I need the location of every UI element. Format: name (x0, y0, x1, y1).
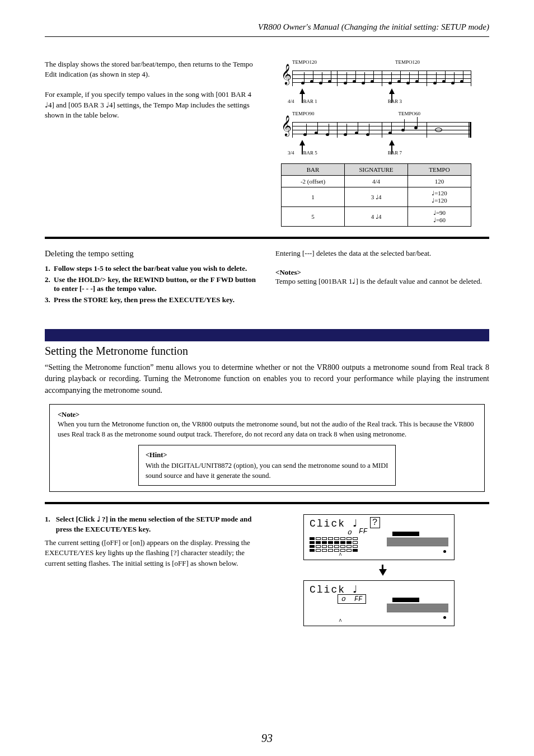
delete-note: <Notes> Tempo setting [001BAR 1♩] is the… (275, 268, 489, 286)
th-bar: BAR (282, 164, 345, 176)
lcd-display-2: Click ♩ o FF ^ (303, 580, 455, 626)
tempo-table: BAR SIGNATURE TEMPO -2 (offset) 4/4 120 … (281, 163, 471, 227)
notation-label-bar3: BAR 3 (388, 98, 402, 104)
td-r2-tempo: ♩=120♩=120 (408, 187, 471, 207)
metronome-title: Setting the Metronome function (45, 345, 489, 358)
caret-icon: ^ (339, 552, 342, 558)
tempo-para-1: The display shows the stored bar/beat/te… (45, 59, 259, 79)
music-notation-1: 𝄞 (281, 65, 471, 98)
notation-label-bar1: BAR 1 (303, 98, 317, 104)
notation-label-t120a: TEMPO120 (292, 59, 317, 65)
page-header: VR800 Owner's Manual (Changing the initi… (45, 22, 489, 35)
metronome-note-box: <Note> When you turn the Metronome funct… (49, 404, 485, 492)
notation-label-ts44: 4/4 (288, 98, 294, 104)
notation-label-t120b: TEMPO120 (395, 59, 420, 65)
page-number: 93 (0, 732, 534, 745)
step-1-num: 1. (45, 514, 50, 534)
td-r1-sig: 4/4 (345, 176, 408, 187)
th-tempo: TEMPO (408, 164, 471, 176)
step-1-title: Select [Click ♩ ?] in the menu selection… (56, 514, 259, 534)
bullet-3: 3. (45, 295, 49, 304)
td-r1-bar: -2 (offset) (282, 176, 345, 187)
td-r3-tempo: ♩=90♩=60 (408, 207, 471, 227)
notation-label-ts34: 3/4 (288, 150, 294, 156)
td-r2-bar: 1 (282, 187, 345, 207)
td-r2-sig: 3 ♩4 (345, 187, 408, 207)
bullet-2: 2. (45, 275, 49, 293)
music-notation-2: 𝄞 (281, 116, 471, 150)
th-sig: SIGNATURE (345, 164, 408, 176)
bullet-1: 1. (45, 264, 49, 273)
td-r3-bar: 5 (282, 207, 345, 227)
notation-label-bar7: BAR 7 (388, 150, 402, 156)
lcd-display-1: Click ♩ ? o FF ^ (303, 514, 455, 560)
delete-right-text: Entering [---] deletes the data at the s… (275, 249, 489, 258)
notation-label-t90: TEMPO90 (292, 111, 315, 116)
delete-step-3: Press the STORE key, then press the EXEC… (54, 295, 235, 304)
delete-step-1: Follow steps 1-5 to select the bar/beat … (54, 264, 247, 273)
notation-label-bar5: BAR 5 (303, 150, 317, 156)
notation-label-t60: TEMPO60 (399, 111, 421, 116)
tempo-para-2: For example, if you specify tempo values… (45, 90, 259, 120)
metronome-hint-box: <Hint> With the DIGITAL/UNIT8872 (option… (138, 445, 396, 485)
delete-step-2: Use the HOLD/> key, the REWIND button, o… (54, 275, 259, 293)
step-1-body: The current setting ([oFF] or [on]) appe… (45, 538, 259, 569)
td-r1-tempo: 120 (408, 176, 471, 187)
td-r3-sig: 4 ♩4 (345, 207, 408, 227)
metronome-desc: “Setting the Metronome function” menu al… (45, 362, 489, 396)
delete-title: Deleting the tempo setting (45, 249, 259, 259)
caret-icon-2: ^ (339, 618, 342, 624)
